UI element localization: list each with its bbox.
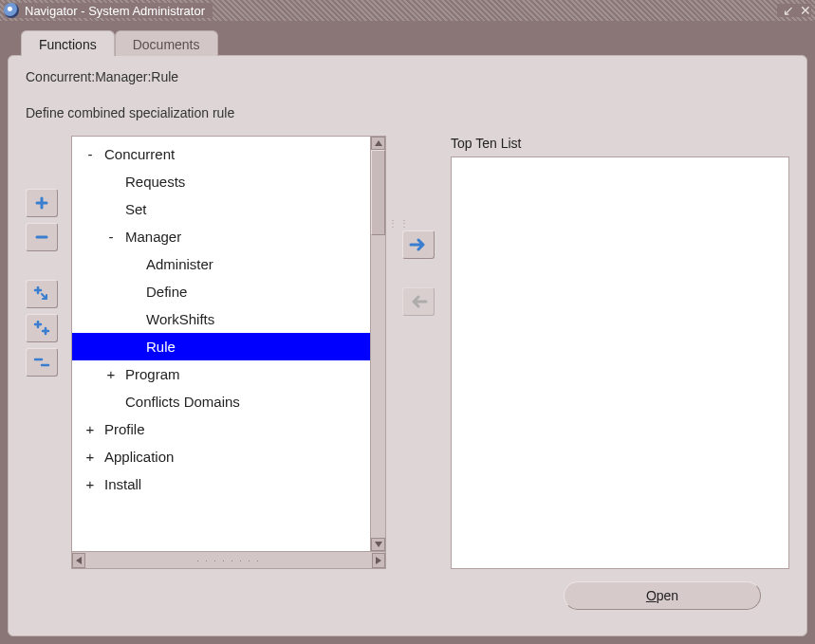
top-ten-label: Top Ten List <box>451 136 789 151</box>
tree-row-label: Manager <box>125 229 181 245</box>
arrow-right-icon <box>409 237 428 252</box>
collapse-button[interactable] <box>26 223 58 251</box>
scroll-thumb[interactable] <box>371 150 385 235</box>
app-icon <box>4 3 19 18</box>
tree-row-label: Program <box>125 366 180 382</box>
tree-row[interactable]: Rule <box>72 333 385 360</box>
tree-row-label: Define <box>146 284 187 300</box>
tree-row-label: Profile <box>104 421 145 437</box>
title-bar-buttons: ↙ ✕ <box>777 4 811 17</box>
description: Define combined specialization rule <box>26 105 789 120</box>
tab-label: Functions <box>39 37 97 52</box>
tab-strip: Functions Documents <box>8 28 807 55</box>
scroll-right-icon[interactable] <box>372 553 385 568</box>
plus-icon <box>35 196 48 210</box>
tab-functions[interactable]: Functions <box>21 30 115 56</box>
top-ten-column: Top Ten List <box>451 136 789 569</box>
expand-all-button[interactable] <box>26 314 58 342</box>
functions-panel: Concurrent:Manager:Rule Define combined … <box>8 55 807 636</box>
double-minus-icon <box>33 355 50 370</box>
expand-button[interactable] <box>26 189 58 217</box>
close-icon[interactable]: ✕ <box>800 4 811 17</box>
open-button[interactable]: Open <box>564 581 761 610</box>
double-plus-icon <box>33 321 50 336</box>
tab-label: Documents <box>133 37 200 52</box>
tree-row[interactable]: +Program <box>72 360 385 388</box>
function-tree[interactable]: -ConcurrentRequestsSet-ManagerAdminister… <box>71 136 386 569</box>
tree-row-label: Rule <box>146 339 176 355</box>
tree-row[interactable]: WorkShifts <box>72 305 385 333</box>
scroll-up-icon[interactable] <box>371 137 385 150</box>
tree-row-label: Administer <box>146 256 213 272</box>
tree-row[interactable]: Define <box>72 278 385 305</box>
scroll-down-icon[interactable] <box>371 538 385 551</box>
shuttle-buttons <box>398 136 439 569</box>
plus-arrow-icon <box>33 286 50 302</box>
tree-row-label: Conflicts Domains <box>125 394 240 410</box>
tree-row[interactable]: Requests <box>72 168 385 195</box>
tab-documents[interactable]: Documents <box>115 30 218 56</box>
remove-from-list-button[interactable] <box>402 287 435 316</box>
collapse-marker-icon[interactable]: - <box>83 140 97 168</box>
tree-row[interactable]: +Install <box>72 470 385 498</box>
title-bar[interactable]: Navigator - System Administrator ↙ ✕ <box>0 0 815 21</box>
tree-hscrollbar[interactable]: · · · · · · · · <box>72 551 385 568</box>
main-columns: -ConcurrentRequestsSet-ManagerAdminister… <box>26 136 789 569</box>
window-title: Navigator - System Administrator <box>25 4 205 18</box>
hscroll-track-dots: · · · · · · · · <box>85 556 372 565</box>
window-body: Functions Documents Concurrent:Manager:R… <box>8 28 807 636</box>
tree-row[interactable]: -Concurrent <box>72 140 385 168</box>
tree-row-label: Application <box>104 449 174 465</box>
expand-marker-icon[interactable]: + <box>83 443 97 470</box>
tree-row[interactable]: -Manager <box>72 223 385 250</box>
tree-row-label: Requests <box>125 174 185 190</box>
collapse-all-button[interactable] <box>26 348 58 377</box>
navigator-window: Navigator - System Administrator ↙ ✕ Fun… <box>0 0 815 644</box>
tree-row-label: Install <box>104 476 141 492</box>
tree-row[interactable]: +Profile <box>72 415 385 443</box>
arrow-left-icon <box>409 294 428 309</box>
title-bar-left: Navigator - System Administrator <box>4 3 213 18</box>
tree-body: -ConcurrentRequestsSet-ManagerAdminister… <box>72 137 385 551</box>
minimize-icon[interactable]: ↙ <box>783 4 794 17</box>
add-to-list-button[interactable] <box>402 230 435 259</box>
tree-row[interactable]: Conflicts Domains <box>72 388 385 415</box>
expand-marker-icon[interactable]: + <box>83 415 97 443</box>
panel-footer: Open <box>26 569 789 622</box>
collapse-marker-icon[interactable]: - <box>104 223 118 250</box>
tree-row-label: Concurrent <box>104 146 175 162</box>
expand-branch-button[interactable] <box>26 280 58 308</box>
tree-row[interactable]: Administer <box>72 250 385 278</box>
tree-row-label: WorkShifts <box>146 311 214 327</box>
tree-row-label: Set <box>125 201 147 217</box>
tree-row[interactable]: Set <box>72 195 385 223</box>
breadcrumb: Concurrent:Manager:Rule <box>26 69 789 84</box>
tree-row[interactable]: +Application <box>72 443 385 470</box>
tree-toolbar <box>26 136 60 569</box>
scroll-left-icon[interactable] <box>72 553 85 568</box>
tree-vscrollbar[interactable] <box>370 137 385 551</box>
top-ten-list[interactable] <box>451 156 789 569</box>
expand-marker-icon[interactable]: + <box>83 470 97 498</box>
minus-icon <box>35 230 48 244</box>
expand-marker-icon[interactable]: + <box>104 360 118 388</box>
